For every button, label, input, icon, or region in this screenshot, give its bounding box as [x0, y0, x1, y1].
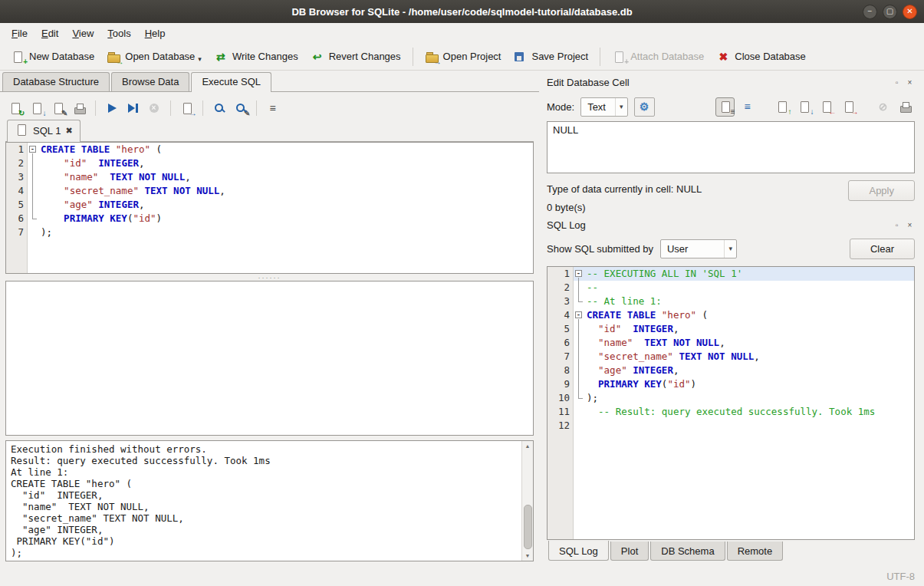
find-button[interactable]: [209, 99, 229, 118]
close-panel-icon[interactable]: ×: [905, 77, 915, 87]
maximize-button[interactable]: ▢: [883, 5, 897, 19]
bottom-tab-sql-log[interactable]: SQL Log: [548, 541, 609, 561]
tab-execute-sql[interactable]: Execute SQL: [191, 72, 271, 92]
save-sql-file-button[interactable]: ↓: [27, 99, 46, 118]
bottom-tab-remote[interactable]: Remote: [727, 542, 784, 561]
new-database-button[interactable]: +New Database: [5, 47, 100, 67]
text-mode-button[interactable]: ≡: [715, 97, 735, 117]
cell-editor[interactable]: NULL: [547, 121, 915, 173]
execute-current-line-button[interactable]: [123, 99, 143, 118]
sql-log-list[interactable]: 1--- EXECUTING ALL IN 'SQL 1'2--3-- At l…: [547, 266, 915, 540]
save-file-icon: ↓: [797, 100, 811, 113]
code-line: 1--- EXECUTING ALL IN 'SQL 1': [547, 267, 914, 281]
save-project-button[interactable]: Save Project: [507, 47, 594, 67]
close-tab-icon[interactable]: ✖: [65, 127, 72, 135]
clear-button[interactable]: Clear: [850, 239, 915, 259]
auto-format-icon: ≡: [266, 102, 280, 114]
bottom-tab-plot[interactable]: Plot: [610, 542, 649, 561]
editor-splitter[interactable]: ······: [5, 274, 534, 281]
doc-tab-icon: [15, 123, 28, 136]
code-line: 3 "name" TEXT NOT NULL,: [6, 170, 533, 184]
apply-button[interactable]: Apply: [848, 180, 915, 201]
menu-file[interactable]: File: [5, 25, 35, 41]
close-button[interactable]: ✕: [903, 5, 917, 19]
save-sql-file-icon: ↓: [30, 102, 44, 114]
save-sql-as-button[interactable]: ✎: [48, 99, 67, 118]
cell-settings-button[interactable]: ⚙: [634, 97, 655, 117]
menu-tools[interactable]: Tools: [100, 25, 137, 41]
sql-toolbar: ↻↓✎→✎≡: [5, 97, 534, 120]
tab-database-structure[interactable]: Database Structure: [2, 72, 110, 91]
text-mode-icon: ≡: [718, 100, 732, 113]
line-number: 3: [547, 295, 574, 308]
cell-size-text: 0 byte(s): [547, 202, 915, 213]
write-changes-button[interactable]: ⇄Write Changes: [208, 47, 304, 67]
sql-log-lines: 1--- EXECUTING ALL IN 'SQL 1'2--3-- At l…: [547, 267, 914, 433]
word-wrap-button[interactable]: ≡: [738, 97, 757, 117]
export-sql-button[interactable]: →: [177, 99, 196, 118]
scroll-down-icon[interactable]: ▼: [522, 553, 533, 558]
line-number: 10: [547, 391, 574, 405]
mode-select[interactable]: Text ▾: [580, 97, 627, 117]
find-replace-button[interactable]: ✎: [231, 99, 250, 118]
open-sql-file-button[interactable]: ↻: [5, 99, 25, 118]
combo-arrow-icon: ▾: [615, 98, 627, 116]
open-database-button[interactable]: →Open Database▾: [100, 47, 208, 67]
close-database-button[interactable]: ✖Close Database: [710, 47, 812, 67]
mode-label: Mode:: [547, 101, 574, 113]
revert-changes-button[interactable]: ↩Revert Changes: [304, 47, 407, 67]
float-panel-icon[interactable]: ▫: [892, 77, 902, 87]
code-line: 9 PRIMARY KEY("id"): [547, 377, 914, 391]
execution-log[interactable]: Execution finished without errors. Resul…: [5, 440, 534, 561]
menu-help[interactable]: Help: [138, 25, 173, 41]
toolbar-separator: [95, 100, 96, 116]
code-line: 10);: [547, 391, 914, 405]
export-button[interactable]: →: [839, 97, 858, 117]
menu-edit[interactable]: Edit: [35, 25, 65, 41]
titlebar[interactable]: DB Browser for SQLite - /home/user/code/…: [0, 0, 924, 23]
fold-collapse-icon[interactable]: -: [28, 143, 38, 156]
save-file-button[interactable]: ↓: [794, 97, 814, 117]
encoding-indicator: UTF-8: [886, 571, 915, 582]
attach-database-icon: +: [612, 51, 626, 63]
fold-guide: [574, 405, 584, 419]
import-button[interactable]: ←: [817, 97, 836, 117]
fold-collapse-icon[interactable]: -: [574, 267, 584, 281]
scrollbar[interactable]: ▲ ▼: [521, 441, 533, 561]
minimize-button[interactable]: −: [863, 5, 877, 19]
sql-editor[interactable]: 1-CREATE TABLE "hero" (2 "id" INTEGER,3 …: [5, 142, 534, 274]
open-sql-file-icon: ↻: [8, 102, 22, 114]
execute-all-button[interactable]: [102, 99, 121, 118]
menu-indicator-icon[interactable]: ▾: [198, 55, 202, 63]
export-sql-icon: →: [180, 102, 194, 114]
sql-tab[interactable]: SQL 1 ✖: [7, 120, 81, 142]
bottom-tab-db-schema[interactable]: DB Schema: [650, 542, 725, 561]
auto-format-button[interactable]: ≡: [263, 99, 282, 118]
tab-browse-data[interactable]: Browse Data: [111, 72, 189, 91]
fold-guide: [574, 419, 584, 433]
close-panel-icon[interactable]: ×: [905, 220, 915, 230]
cell-type-text: Type of data currently in cell: NULL: [547, 180, 848, 195]
print-cell-button[interactable]: [896, 97, 915, 117]
print-icon: [73, 102, 87, 114]
menu-view[interactable]: View: [65, 25, 100, 41]
fold-collapse-icon[interactable]: -: [574, 308, 584, 322]
scrollbar-thumb[interactable]: [524, 505, 532, 549]
line-number: 5: [6, 198, 28, 212]
open-project-button[interactable]: →Open Project: [419, 47, 508, 67]
scroll-up-icon[interactable]: ▲: [522, 443, 533, 449]
open-file-button[interactable]: ↑: [772, 97, 791, 117]
fold-guide: [28, 212, 38, 226]
line-number: 1: [6, 143, 28, 156]
find-replace-icon: ✎: [234, 102, 248, 114]
submitter-select[interactable]: User ▾: [660, 239, 737, 258]
line-number: 6: [6, 212, 28, 226]
edit-cell-title: Edit Database Cell: [547, 77, 889, 88]
cell-toolbar: ≡≡↑↓←→⊘: [672, 97, 915, 117]
results-grid[interactable]: [5, 281, 534, 436]
print-button[interactable]: [70, 99, 89, 118]
submitter-value: User: [667, 243, 724, 255]
code-line: 11 -- Result: query executed successfull…: [547, 405, 914, 419]
toolbar-separator: [600, 48, 600, 66]
float-panel-icon[interactable]: ▫: [892, 220, 902, 230]
